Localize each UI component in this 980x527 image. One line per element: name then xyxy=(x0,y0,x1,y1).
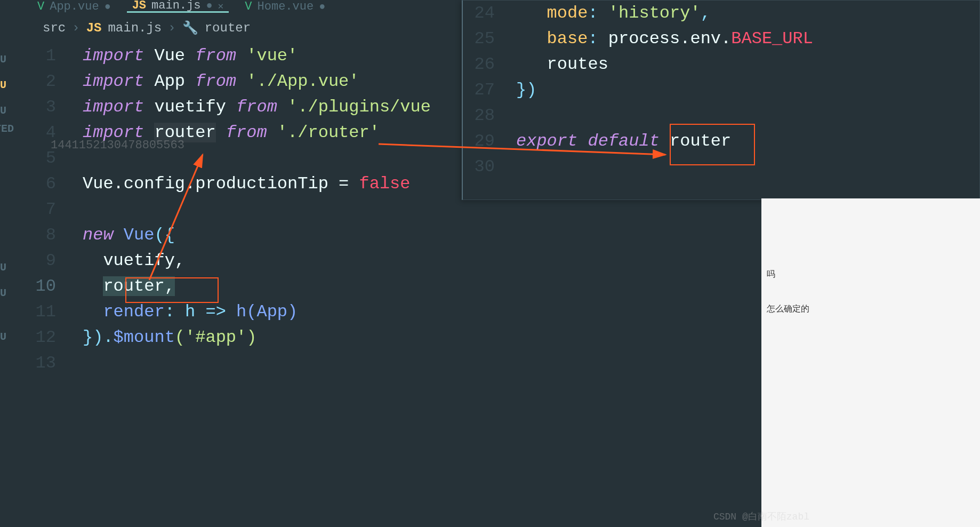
line-number: 8 xyxy=(0,222,83,248)
line-number: 24 xyxy=(463,1,516,26)
line-number: 11 xyxy=(0,299,83,325)
line-number: 3 xyxy=(0,94,83,120)
chevron-right-icon: › xyxy=(72,21,79,35)
code-line: import Vue from 'vue' xyxy=(83,43,298,69)
tab-home-vue[interactable]: V Home.vue ● xyxy=(239,0,331,13)
code-line: base: process.env.BASE_URL xyxy=(516,26,813,52)
chat-message: 吗 xyxy=(761,257,980,292)
annotation-box-router-export xyxy=(670,124,755,165)
breadcrumb-file[interactable]: main.js xyxy=(108,21,162,35)
vue-icon: V xyxy=(245,0,252,13)
tab-app-vue[interactable]: V App.vue ● xyxy=(32,0,116,13)
dirty-indicator: ● xyxy=(105,1,111,13)
tab-label: App.vue xyxy=(50,0,99,13)
watermark: 1441152130478805563 xyxy=(51,139,184,152)
code-line: Vue.config.productionTip = false xyxy=(83,171,411,197)
side-chat-panel: 吗 怎么确定的 xyxy=(761,198,980,527)
gutter-mark: U xyxy=(0,331,6,343)
dirty-indicator: ● xyxy=(319,1,325,13)
js-icon: JS xyxy=(86,21,102,35)
definition-popup[interactable]: 24 mode: 'history', 25 base: process.env… xyxy=(462,0,980,200)
code-line: routes xyxy=(516,52,608,77)
line-number: 27 xyxy=(463,77,516,103)
js-icon: JS xyxy=(132,0,146,12)
wrench-icon: 🔧 xyxy=(182,20,198,36)
gutter-mark: U xyxy=(0,79,6,91)
gutter-mark: U xyxy=(0,261,6,274)
code-line: new Vue({ xyxy=(83,222,175,248)
line-number: 9 xyxy=(0,248,83,274)
line-number: 10 xyxy=(0,274,83,299)
code-line: render: h => h(App) xyxy=(83,299,298,325)
line-number: 28 xyxy=(463,103,516,129)
code-line: }) xyxy=(516,77,536,103)
code-line: import vuetify from './plugins/vue xyxy=(83,94,431,120)
chevron-right-icon: › xyxy=(168,21,175,35)
breadcrumb-symbol[interactable]: router xyxy=(205,21,251,35)
chat-message: 怎么确定的 xyxy=(761,292,980,326)
line-number: 30 xyxy=(463,154,516,180)
line-number: 1 xyxy=(0,43,83,69)
line-number: 13 xyxy=(0,350,83,376)
code-line: }).$mount('#app') xyxy=(83,325,256,350)
gutter-mark: U xyxy=(0,287,6,299)
line-number: 7 xyxy=(0,197,83,222)
tab-main-js[interactable]: JS main.js ● ✕ xyxy=(127,0,229,13)
line-number: 26 xyxy=(463,52,516,77)
tab-label: Home.vue xyxy=(258,0,314,13)
dirty-indicator: ● xyxy=(206,0,212,12)
gutter-mark: TED xyxy=(0,123,14,135)
vue-icon: V xyxy=(37,0,44,13)
code-line: mode: 'history', xyxy=(516,1,711,26)
gutter-mark: U xyxy=(0,105,6,117)
line-number: 6 xyxy=(0,171,83,197)
code-line: import App from './App.vue' xyxy=(83,69,359,94)
code-line: vuetify, xyxy=(83,248,185,274)
line-number: 25 xyxy=(463,26,516,52)
tab-label: main.js xyxy=(151,0,200,12)
line-number: 29 xyxy=(463,129,516,154)
close-icon[interactable]: ✕ xyxy=(218,0,223,12)
line-number: 12 xyxy=(0,325,83,350)
gutter-mark: U xyxy=(0,53,6,66)
line-number: 2 xyxy=(0,69,83,94)
breadcrumb-src[interactable]: src xyxy=(43,21,66,35)
activity-gutter: U U U TED U U U xyxy=(0,0,11,527)
credit-watermark: CSDN @白南不陌zabl xyxy=(713,510,809,523)
annotation-box-router-usage xyxy=(125,277,219,303)
